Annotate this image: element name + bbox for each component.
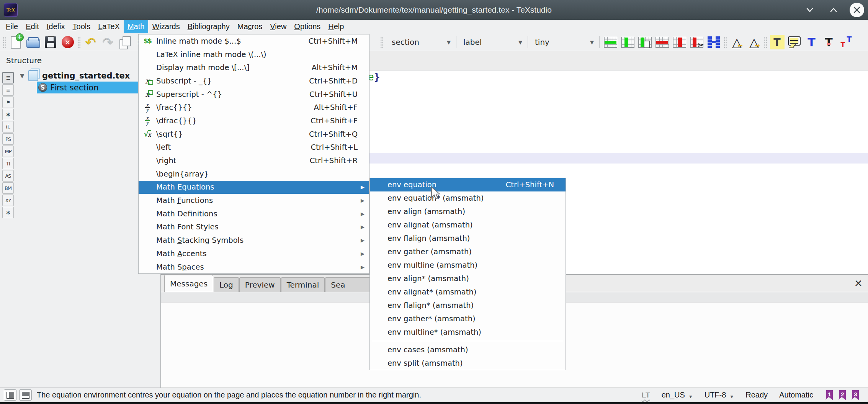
submenu-item[interactable]: env gather (amsmath) bbox=[370, 245, 566, 258]
toolbar-button[interactable] bbox=[728, 34, 745, 50]
toolbar-button[interactable] bbox=[42, 34, 59, 50]
bookmark-icon[interactable]: 2 bbox=[838, 390, 846, 400]
menubar-item[interactable]: Macros bbox=[234, 20, 266, 33]
expand-arrow-icon[interactable]: ▼ bbox=[20, 72, 28, 79]
menu-item[interactable]: Math Equations ▶ bbox=[139, 181, 369, 194]
menubar-item[interactable]: File bbox=[2, 20, 22, 33]
side-tab[interactable]: MP bbox=[2, 146, 14, 157]
menu-item[interactable]: \frac{}{} Alt+Shift+F ▶ bbox=[139, 101, 369, 114]
toolbar-combobox[interactable]: tiny ▼ bbox=[528, 35, 599, 49]
side-tab[interactable]: ☰ bbox=[2, 72, 14, 83]
toggle-output-panel-button[interactable] bbox=[19, 389, 32, 401]
menu-item[interactable]: \begin{array} ▶ bbox=[139, 167, 369, 181]
submenu-item[interactable]: env flalign* (amsmath) bbox=[370, 299, 566, 312]
languagetool-icon[interactable]: LT bbox=[642, 391, 650, 399]
menubar-item[interactable]: View bbox=[266, 20, 290, 33]
toolbar-button[interactable] bbox=[636, 34, 654, 50]
side-tab[interactable]: AS bbox=[2, 170, 14, 182]
toolbar-button[interactable] bbox=[837, 34, 855, 50]
menu-item[interactable]: Math Stacking Symbols ▶ bbox=[139, 234, 369, 247]
toolbar-button[interactable] bbox=[25, 34, 42, 50]
menubar-item[interactable]: Help bbox=[324, 20, 348, 33]
panel-tab[interactable]: Messages bbox=[164, 275, 213, 292]
submenu-item[interactable]: env alignat* (amsmath) bbox=[370, 285, 566, 299]
submenu-item[interactable]: env align* (amsmath) bbox=[370, 272, 566, 285]
submenu-item[interactable] bbox=[370, 339, 566, 343]
line-wrapping-mode[interactable]: Automatic bbox=[779, 391, 813, 399]
submenu-item[interactable]: env multline* (amsmath) bbox=[370, 325, 566, 339]
menu-item[interactable]: \sqrt{} Ctrl+Shift+Q ▶ bbox=[139, 128, 369, 141]
menu-item[interactable]: \left Ctrl+Shift+L ▶ bbox=[139, 141, 369, 154]
menubar-item[interactable]: Math bbox=[124, 20, 148, 33]
menu-item[interactable]: LaTeX inline math mode \(...\) ▶ bbox=[139, 48, 369, 61]
panel-tab[interactable]: Log bbox=[214, 277, 239, 292]
toolbar-grip[interactable] bbox=[764, 36, 767, 48]
maximize-icon[interactable] bbox=[826, 2, 841, 18]
menubar-item[interactable]: Options bbox=[290, 20, 324, 33]
panel-tab[interactable]: Preview bbox=[239, 277, 281, 292]
toolbar-button[interactable] bbox=[768, 34, 786, 50]
toolbar-button[interactable] bbox=[671, 34, 688, 50]
submenu-item[interactable]: env gather* (amsmath) bbox=[370, 312, 566, 325]
menubar-item[interactable]: Edit bbox=[22, 20, 43, 33]
toggle-structure-panel-button[interactable] bbox=[4, 389, 16, 401]
language-selector[interactable]: en_US ▼ bbox=[662, 391, 693, 399]
toolbar-button[interactable] bbox=[705, 34, 723, 50]
toolbar-button[interactable] bbox=[688, 34, 705, 50]
menubar-item[interactable]: Tools bbox=[69, 20, 95, 33]
menu-item[interactable]: Inline math mode $...$ Ctrl+Shift+M ▶ bbox=[139, 34, 369, 48]
bookmark-icon[interactable]: 3 bbox=[851, 390, 859, 400]
menu-item[interactable]: Superscript - ^{} Ctrl+Shift+U ▶ bbox=[139, 88, 369, 101]
panel-tab[interactable]: Terminal bbox=[281, 277, 325, 292]
toolbar-button[interactable] bbox=[820, 34, 837, 50]
toolbar-button[interactable] bbox=[602, 34, 619, 50]
submenu-item[interactable]: env equation* (amsmath) bbox=[370, 191, 566, 205]
side-tab[interactable]: TI bbox=[2, 158, 14, 169]
side-tab[interactable]: ≣ bbox=[2, 84, 14, 96]
toolbar-grip[interactable] bbox=[77, 36, 81, 48]
toolbar-button[interactable] bbox=[654, 34, 671, 50]
menu-item[interactable]: Display math mode \[...\] Alt+Shift+M ▶ bbox=[139, 61, 369, 74]
menu-item[interactable]: Math Functions ▶ bbox=[139, 194, 369, 207]
menu-item[interactable]: Math Definitions ▶ bbox=[139, 207, 369, 221]
submenu-item[interactable]: env flalign (amsmath) bbox=[370, 232, 566, 245]
submenu-item[interactable]: env align (amsmath) bbox=[370, 205, 566, 218]
toolbar-button[interactable] bbox=[619, 34, 636, 50]
toolbar-button[interactable] bbox=[82, 34, 99, 50]
menu-item[interactable]: Math Font Styles ▶ bbox=[139, 221, 369, 234]
toolbar-button[interactable] bbox=[116, 34, 134, 50]
encoding-selector[interactable]: UTF-8 ▼ bbox=[705, 391, 734, 399]
submenu-item[interactable]: env cases (amsmath) bbox=[370, 343, 566, 357]
side-tab[interactable]: ⚑ bbox=[2, 97, 14, 108]
toolbar-grip[interactable] bbox=[724, 36, 727, 48]
menu-item[interactable]: \right Ctrl+Shift+R ▶ bbox=[139, 154, 369, 167]
toolbar-combobox[interactable]: section ▼ bbox=[385, 35, 456, 49]
toolbar-button[interactable] bbox=[59, 34, 76, 50]
side-tab[interactable]: ✱ bbox=[2, 109, 14, 120]
minimize-icon[interactable] bbox=[802, 2, 817, 18]
toolbar-button[interactable] bbox=[786, 34, 803, 50]
side-tab[interactable]: PS bbox=[2, 133, 14, 145]
side-tab[interactable]: XY bbox=[2, 195, 14, 206]
side-tab[interactable]: BM bbox=[2, 182, 14, 194]
close-icon[interactable] bbox=[850, 3, 864, 17]
submenu-item[interactable]: env split (amsmath) bbox=[370, 357, 566, 370]
toolbar-grip[interactable] bbox=[380, 36, 384, 48]
menubar-item[interactable]: Bibliography bbox=[184, 20, 234, 33]
panel-close-icon[interactable]: × bbox=[854, 278, 863, 288]
side-tab[interactable]: ✻ bbox=[2, 207, 14, 218]
menu-item[interactable]: Math Spaces ▶ bbox=[139, 260, 369, 274]
submenu-item[interactable]: env alignat (amsmath) bbox=[370, 218, 566, 232]
toolbar-button[interactable] bbox=[99, 34, 116, 50]
menubar-item[interactable]: LaTeX bbox=[94, 20, 124, 33]
menu-item[interactable]: Math Accents ▶ bbox=[139, 247, 369, 260]
toolbar-grip[interactable] bbox=[3, 36, 6, 48]
toolbar-button[interactable] bbox=[7, 34, 25, 50]
menu-item[interactable]: Subscript - _{} Ctrl+Shift+D ▶ bbox=[139, 74, 369, 88]
submenu-item[interactable]: env equation Ctrl+Shift+N bbox=[370, 178, 566, 191]
toolbar-button[interactable] bbox=[745, 34, 763, 50]
toolbar-combobox[interactable]: label ▼ bbox=[456, 35, 528, 49]
menu-item[interactable]: \dfrac{}{} Ctrl+Shift+F ▶ bbox=[139, 114, 369, 128]
side-tab[interactable]: ([. bbox=[2, 121, 14, 132]
menubar-item[interactable]: Idefix bbox=[43, 20, 69, 33]
